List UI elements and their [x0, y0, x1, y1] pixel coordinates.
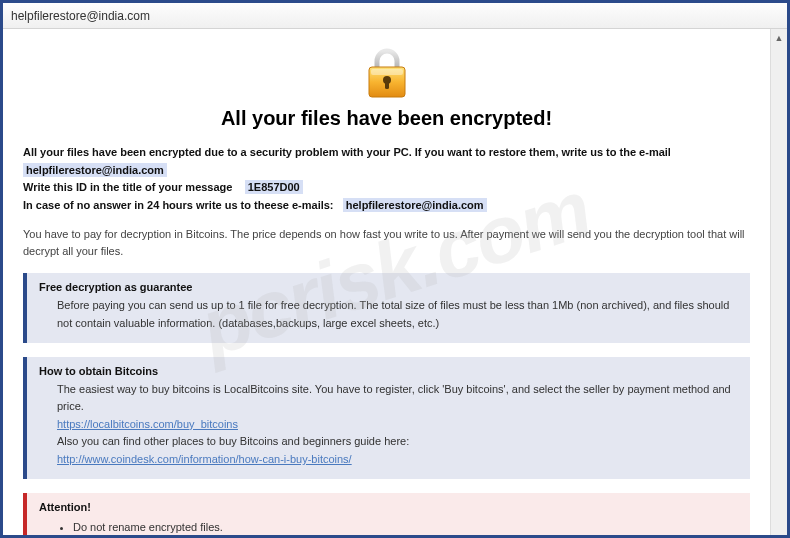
attention-section: Attention! Do not rename encrypted files…	[23, 493, 750, 535]
intro-line2: Write this ID in the title of your messa…	[23, 181, 232, 193]
lock-container	[23, 47, 750, 101]
vertical-scrollbar[interactable]: ▲	[770, 29, 787, 535]
payment-note: You have to pay for decryption in Bitcoi…	[23, 226, 750, 259]
content-area: All your files have been encrypted! All …	[3, 29, 770, 535]
intro-block: All your files have been encrypted due t…	[23, 144, 750, 214]
list-item: Do not rename encrypted files.	[73, 517, 740, 535]
page-title: All your files have been encrypted!	[23, 107, 750, 130]
message-id: 1E857D00	[245, 180, 303, 194]
titlebar: helpfilerestore@india.com	[3, 3, 787, 29]
obtain-bitcoins-body: The easiest way to buy bitcoins is Local…	[39, 381, 740, 469]
attention-title: Attention!	[39, 501, 740, 513]
svg-rect-3	[385, 81, 389, 89]
coindesk-link[interactable]: http://www.coindesk.com/information/how-…	[57, 453, 352, 465]
free-decryption-body: Before paying you can send us up to 1 fi…	[39, 297, 740, 332]
bitcoins-line1: The easiest way to buy bitcoins is Local…	[57, 383, 731, 413]
obtain-bitcoins-section: How to obtain Bitcoins The easiest way t…	[23, 357, 750, 479]
attention-list: Do not rename encrypted files. Do not tr…	[39, 517, 740, 535]
contact-email-2: helpfilerestore@india.com	[343, 198, 487, 212]
intro-line3: In case of no answer in 24 hours write u…	[23, 199, 334, 211]
free-decryption-title: Free decryption as guarantee	[39, 281, 740, 293]
svg-rect-1	[371, 69, 403, 75]
content-wrapper: All your files have been encrypted! All …	[3, 29, 787, 535]
scroll-up-arrow[interactable]: ▲	[771, 29, 787, 46]
obtain-bitcoins-title: How to obtain Bitcoins	[39, 365, 740, 377]
window-title: helpfilerestore@india.com	[11, 9, 150, 23]
app-window: helpfilerestore@india.com	[2, 2, 788, 536]
localbitcoins-link[interactable]: https://localbitcoins.com/buy_bitcoins	[57, 418, 238, 430]
bitcoins-line2: Also you can find other places to buy Bi…	[57, 435, 409, 447]
free-decryption-section: Free decryption as guarantee Before payi…	[23, 273, 750, 342]
contact-email-1: helpfilerestore@india.com	[23, 163, 167, 177]
intro-line1: All your files have been encrypted due t…	[23, 146, 671, 158]
lock-icon	[363, 47, 411, 99]
